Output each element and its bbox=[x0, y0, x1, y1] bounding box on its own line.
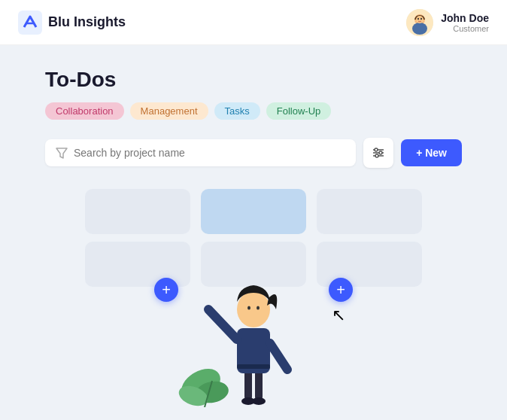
svg-point-6 bbox=[420, 17, 422, 19]
svg-line-25 bbox=[270, 343, 287, 370]
app-title: Blu Insights bbox=[48, 14, 126, 30]
new-button[interactable]: + New bbox=[401, 139, 462, 166]
adjust-filter-button[interactable] bbox=[363, 138, 393, 168]
logo-icon bbox=[18, 11, 42, 35]
svg-line-24 bbox=[208, 309, 237, 339]
tag-followup[interactable]: Follow-Up bbox=[266, 102, 332, 120]
svg-marker-7 bbox=[56, 148, 67, 158]
page-title: To-Dos bbox=[45, 68, 462, 92]
svg-rect-19 bbox=[255, 370, 263, 400]
svg-point-3 bbox=[412, 23, 427, 35]
illustration-figure bbox=[171, 212, 336, 407]
user-role: Customer bbox=[441, 24, 489, 33]
search-input[interactable] bbox=[74, 147, 345, 159]
illustration-area: + + + bbox=[45, 189, 462, 407]
search-container bbox=[45, 139, 356, 166]
svg-rect-18 bbox=[244, 370, 252, 400]
tag-collaboration[interactable]: Collaboration bbox=[45, 102, 124, 120]
sliders-icon bbox=[372, 146, 385, 160]
search-row: + New bbox=[45, 138, 462, 168]
tag-tasks[interactable]: Tasks bbox=[214, 102, 260, 120]
cursor-icon: ↖ bbox=[332, 306, 345, 325]
tag-management[interactable]: Management bbox=[130, 102, 208, 120]
user-area: John Doe Customer bbox=[406, 9, 489, 36]
logo-area[interactable]: Blu Insights bbox=[18, 11, 126, 35]
header: Blu Insights John Doe Customer bbox=[0, 0, 507, 45]
main-content: To-Dos Collaboration Management Tasks Fo… bbox=[0, 45, 507, 420]
tags-row: Collaboration Management Tasks Follow-Up bbox=[45, 102, 462, 120]
svg-point-28 bbox=[257, 306, 260, 310]
svg-point-11 bbox=[375, 148, 378, 151]
svg-point-21 bbox=[252, 397, 266, 405]
svg-point-13 bbox=[375, 154, 378, 157]
svg-point-12 bbox=[379, 151, 382, 154]
svg-point-5 bbox=[417, 17, 419, 19]
svg-point-26 bbox=[237, 291, 270, 327]
user-name: John Doe bbox=[441, 12, 489, 24]
filter-icon bbox=[56, 147, 68, 159]
avatar bbox=[406, 9, 433, 36]
svg-rect-23 bbox=[237, 364, 270, 369]
svg-point-27 bbox=[247, 306, 250, 310]
user-info: John Doe Customer bbox=[441, 12, 489, 33]
